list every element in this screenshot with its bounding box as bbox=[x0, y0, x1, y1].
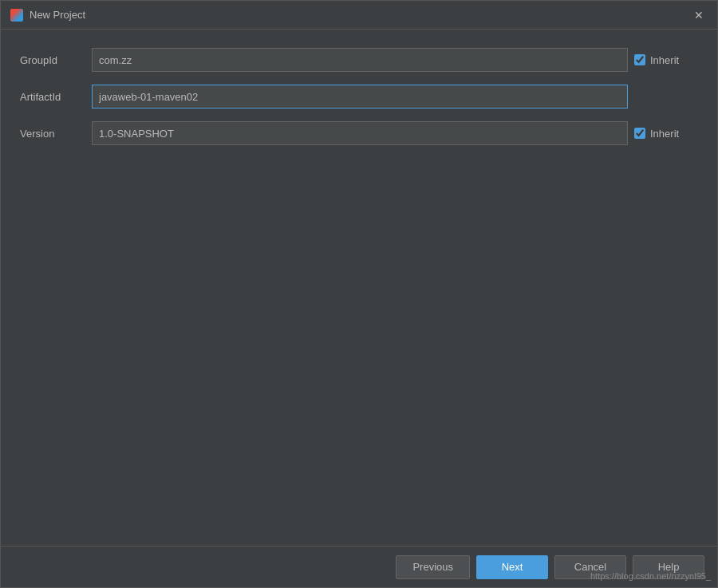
title-bar-left: New Project bbox=[10, 9, 85, 22]
dialog-content: GroupId Inherit ArtifactId Version bbox=[1, 30, 717, 546]
previous-button[interactable]: Previous bbox=[396, 555, 470, 579]
group-id-label: GroupId bbox=[20, 54, 92, 66]
dialog-title: New Project bbox=[30, 9, 85, 21]
version-inherit-checkbox[interactable] bbox=[634, 128, 645, 139]
content-spacer bbox=[20, 156, 698, 530]
artifact-id-input[interactable] bbox=[92, 85, 628, 109]
group-id-input[interactable] bbox=[92, 48, 628, 72]
version-inherit-label: Inherit bbox=[650, 128, 679, 140]
version-input-container bbox=[92, 121, 628, 145]
group-id-row: GroupId Inherit bbox=[20, 45, 698, 74]
app-icon bbox=[10, 9, 23, 22]
group-id-inherit-container: Inherit bbox=[634, 54, 698, 66]
group-id-inherit-label: Inherit bbox=[650, 54, 679, 66]
new-project-dialog: New Project ✕ GroupId Inherit ArtifactId bbox=[0, 0, 718, 588]
title-bar: New Project ✕ bbox=[1, 1, 717, 30]
group-id-input-container bbox=[92, 48, 628, 72]
artifact-id-input-container bbox=[92, 85, 628, 109]
cancel-button[interactable]: Cancel bbox=[554, 555, 626, 579]
artifact-id-label: ArtifactId bbox=[20, 91, 92, 103]
group-id-inherit-checkbox[interactable] bbox=[634, 54, 645, 65]
close-button[interactable]: ✕ bbox=[690, 6, 708, 24]
dialog-footer: Previous Next Cancel Help bbox=[1, 546, 717, 587]
next-button[interactable]: Next bbox=[476, 555, 548, 579]
help-button[interactable]: Help bbox=[633, 555, 704, 579]
version-inherit-container: Inherit bbox=[634, 128, 698, 140]
version-label: Version bbox=[20, 128, 92, 140]
version-row: Version Inherit bbox=[20, 119, 698, 148]
version-input[interactable] bbox=[92, 121, 628, 145]
artifact-id-row: ArtifactId bbox=[20, 82, 698, 111]
